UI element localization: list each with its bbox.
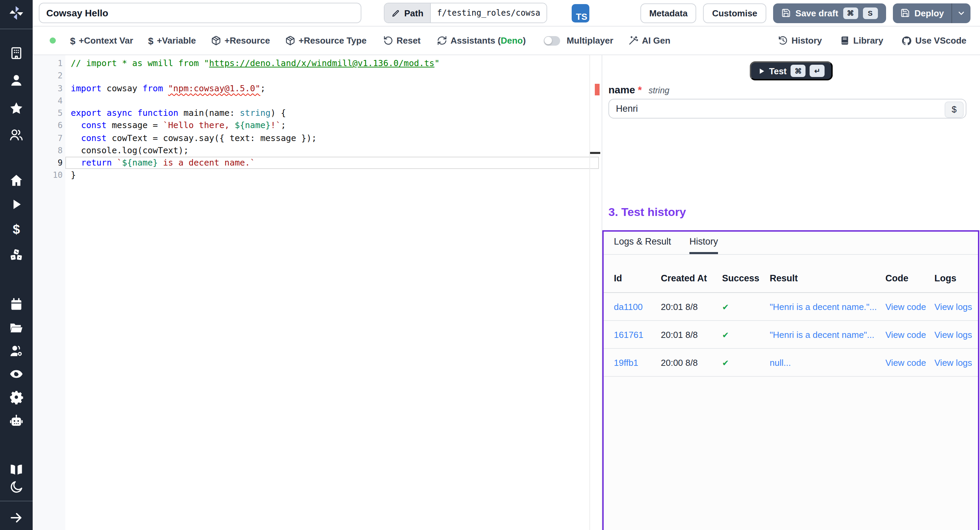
path-control[interactable]: Path f/testing_roles/cowsa [384, 3, 547, 23]
view-code-link[interactable]: View code [885, 329, 934, 340]
path-value[interactable]: f/testing_roles/cowsa [430, 3, 546, 22]
line-number: 3 [33, 82, 63, 95]
calendar-icon [9, 297, 24, 312]
multiplayer-toggle[interactable] [543, 36, 560, 45]
save-icon [781, 8, 791, 18]
windmill-logo[interactable] [8, 5, 24, 21]
col-result: Result [770, 273, 885, 283]
add-resource-button[interactable]: +Resource [211, 35, 270, 46]
code-text: console.log(cowText); [71, 144, 189, 157]
run-id-link[interactable]: 161761 [614, 329, 661, 340]
save-draft-button[interactable]: Save draft ⌘ S [773, 3, 886, 23]
library-button[interactable]: Library [840, 35, 883, 46]
line-number: 7 [33, 132, 63, 144]
code-line[interactable]: 2 [33, 70, 589, 82]
code-text: return `${name} is a decent name.` [71, 157, 255, 169]
code-line[interactable]: 10} [33, 169, 589, 182]
add-variable-button[interactable]: $ +Variable [148, 35, 196, 46]
code-line[interactable]: 8 console.log(cowText); [33, 144, 589, 157]
result-link[interactable]: "Henri is a decent name"... [770, 329, 885, 340]
sidebar-item-schedules[interactable] [8, 296, 24, 313]
code-line[interactable]: 7 const cowText = cowsay.say({ text: mes… [33, 132, 589, 144]
sidebar-item-folders[interactable] [8, 319, 24, 336]
sidebar-item-runs[interactable] [8, 196, 24, 212]
ai-gen-label: AI Gen [642, 35, 670, 46]
sidebar-item-home[interactable] [8, 172, 24, 189]
col-success: Success [722, 273, 770, 283]
path-edit-button[interactable]: Path [385, 3, 430, 22]
customise-button[interactable]: Customise [703, 3, 766, 23]
sidebar-item-variables[interactable]: $ [8, 221, 24, 238]
history-button[interactable]: History [778, 35, 822, 46]
history-table-row: da110020:01 8/8✔"Henri is a decent name.… [604, 293, 978, 321]
sidebar-item-settings[interactable] [8, 389, 24, 405]
add-context-var-label: +Context Var [79, 35, 134, 46]
use-vscode-button[interactable]: Use VScode [901, 35, 966, 46]
col-code: Code [885, 273, 934, 283]
run-id-link[interactable]: 19ffb1 [614, 357, 661, 367]
line-number: 10 [33, 169, 63, 182]
view-code-link[interactable]: View code [885, 302, 934, 312]
created-at-cell: 20:01 8/8 [661, 302, 722, 312]
tab-history[interactable]: History [689, 236, 718, 254]
sidebar-item-workers-ai[interactable] [8, 413, 24, 429]
assistants-button[interactable]: Assistants (Deno) [437, 35, 526, 46]
history-label: History [791, 35, 822, 46]
code-text: const message = `Hello there, ${name}!`; [71, 120, 286, 132]
sidebar-item-groups[interactable] [8, 127, 24, 143]
test-history-panel: Logs & Result History Id Created At Succ… [602, 230, 979, 530]
script-title-input[interactable] [39, 3, 361, 23]
enter-key-badge: ↵ [810, 65, 825, 77]
s-key-badge: S [862, 7, 878, 19]
view-logs-link[interactable]: View logs [934, 302, 978, 312]
line-number: 8 [33, 144, 63, 157]
sidebar-item-workspace[interactable] [8, 45, 24, 61]
result-link[interactable]: "Henri is a decent name."... [770, 302, 885, 312]
sidebar-item-dark-mode[interactable] [8, 479, 24, 495]
name-field-input[interactable] [608, 99, 966, 118]
sidebar-item-docs[interactable] [8, 461, 24, 477]
run-id-link[interactable]: da1100 [614, 302, 661, 312]
reset-button[interactable]: Reset [383, 35, 421, 46]
cmd-key-badge: ⌘ [843, 7, 858, 19]
add-context-var-button[interactable]: $ +Context Var [70, 35, 133, 46]
library-label: Library [853, 35, 883, 46]
boxes-icon [9, 247, 24, 262]
deploy-button[interactable]: Deploy [892, 3, 951, 23]
line-number: 4 [33, 95, 63, 107]
editor-overview-ruler[interactable] [589, 55, 600, 530]
sidebar-item-favorites[interactable] [8, 100, 24, 117]
sidebar-item-audit-logs[interactable] [8, 366, 24, 382]
eye-icon [9, 367, 24, 382]
code-line[interactable]: 3import cowsay from "npm:cowsay@1.5.0"; [33, 82, 589, 95]
sidebar-expand-button[interactable] [8, 509, 24, 526]
code-line[interactable]: 5export async function main(name: string… [33, 107, 589, 120]
multiplayer-label: Multiplayer [566, 35, 613, 46]
result-link[interactable]: null... [770, 357, 885, 367]
error-marker [595, 84, 600, 95]
view-code-link[interactable]: View code [885, 357, 934, 367]
code-editor[interactable]: 1// import * as wmill from "https://deno… [33, 55, 601, 530]
add-variable-label: +Variable [157, 35, 196, 46]
code-line[interactable]: 1// import * as wmill from "https://deno… [33, 57, 589, 70]
view-logs-link[interactable]: View logs [934, 357, 978, 367]
test-button[interactable]: Test ⌘ ↵ [749, 61, 833, 80]
metadata-button[interactable]: Metadata [640, 3, 697, 23]
deploy-options-button[interactable] [951, 3, 970, 23]
view-logs-link[interactable]: View logs [934, 329, 978, 340]
book-open-icon [9, 462, 24, 477]
variable-picker-button[interactable]: $ [945, 101, 964, 118]
ai-gen-button[interactable]: AI Gen [628, 35, 670, 46]
field-type-label: string [649, 86, 669, 95]
sidebar-item-user[interactable] [8, 72, 24, 89]
sidebar-item-workers[interactable] [8, 343, 24, 359]
history-table-header: Id Created At Success Result Code Logs [604, 264, 978, 293]
tab-logs-result[interactable]: Logs & Result [614, 236, 671, 254]
code-line[interactable]: 6 const message = `Hello there, ${name}!… [33, 120, 589, 132]
sidebar-item-resources[interactable] [8, 247, 24, 263]
col-created-at: Created At [661, 273, 722, 283]
add-resource-type-button[interactable]: +Resource Type [285, 35, 367, 46]
code-area[interactable]: 1// import * as wmill from "https://deno… [33, 57, 589, 182]
code-line[interactable]: 9 return `${name} is a decent name.` [33, 157, 589, 169]
code-line[interactable]: 4 [33, 95, 589, 107]
